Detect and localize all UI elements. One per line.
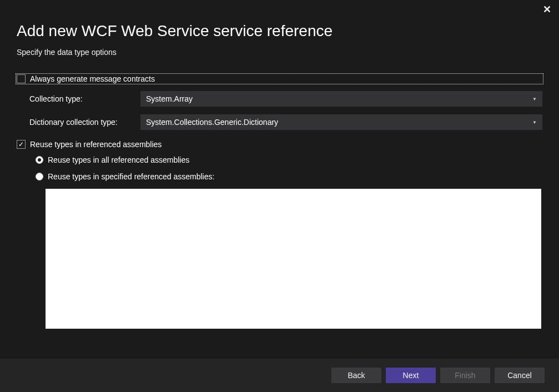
- back-button[interactable]: Back: [331, 368, 381, 383]
- close-icon[interactable]: ✕: [543, 4, 551, 14]
- collection-type-select[interactable]: System.Array ▼: [140, 91, 542, 107]
- dialog-footer: Back Next Finish Cancel: [0, 359, 559, 392]
- specified-assemblies-list[interactable]: [46, 189, 541, 329]
- dictionary-type-value: System.Collections.Generic.Dictionary: [146, 118, 278, 127]
- dictionary-type-select[interactable]: System.Collections.Generic.Dictionary ▼: [140, 114, 542, 130]
- cancel-button[interactable]: Cancel: [495, 368, 545, 383]
- reuse-types-label: Reuse types in referenced assemblies: [30, 140, 162, 149]
- reuse-specified-radio[interactable]: [36, 173, 43, 180]
- reuse-types-row[interactable]: Reuse types in referenced assemblies: [17, 140, 542, 149]
- reuse-all-label: Reuse types in all referenced assemblies: [48, 155, 189, 164]
- collection-type-value: System.Array: [146, 94, 193, 103]
- always-generate-contracts-row[interactable]: Always generate message contracts: [16, 73, 543, 84]
- collection-type-label: Collection type:: [29, 94, 140, 103]
- reuse-all-row[interactable]: Reuse types in all referenced assemblies: [36, 155, 542, 164]
- dialog-subtitle: Specify the data type options: [17, 48, 542, 57]
- always-generate-contracts-label: Always generate message contracts: [30, 74, 155, 83]
- always-generate-contracts-checkbox[interactable]: [17, 74, 26, 83]
- dictionary-type-label: Dictionary collection type:: [29, 118, 140, 127]
- reuse-types-checkbox[interactable]: [17, 140, 26, 149]
- chevron-down-icon: ▼: [532, 97, 537, 102]
- reuse-specified-row[interactable]: Reuse types in specified referenced asse…: [36, 172, 542, 181]
- reuse-all-radio[interactable]: [36, 156, 43, 164]
- finish-button: Finish: [440, 368, 490, 383]
- next-button[interactable]: Next: [386, 368, 436, 383]
- dialog-title: Add new WCF Web Service service referenc…: [17, 22, 542, 40]
- reuse-specified-label: Reuse types in specified referenced asse…: [48, 172, 214, 181]
- chevron-down-icon: ▼: [532, 120, 537, 125]
